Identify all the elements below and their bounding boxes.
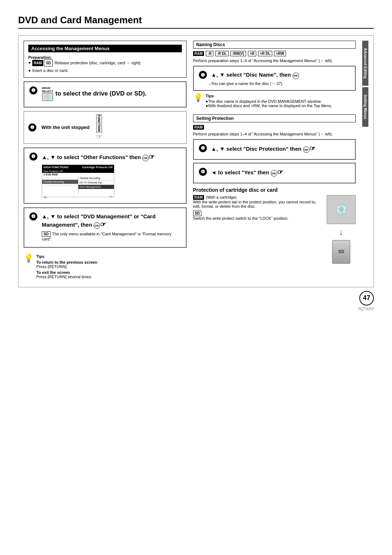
step1-number: ❶ [29, 86, 37, 94]
step6-ok: OK [271, 170, 277, 177]
setting-badge: RAM [193, 125, 356, 130]
tips-content-left: Tips To return to the previous screen Pr… [36, 254, 187, 279]
badge-plusr: +R [248, 51, 256, 56]
prep-content: ● RAMSD Release protection (disc, cartri… [28, 60, 182, 74]
naming-badges: RAM -R -R DL -RW(V) +R +R DL +RW [193, 51, 356, 56]
badge-sd-prot: SD [193, 211, 202, 216]
tips-naming-item1: ●The disc name is displayed in the DVD M… [206, 99, 356, 104]
step4-note: SD The only menu available in "Card Mana… [42, 231, 181, 241]
prep-insert: Insert a disc or card. [32, 68, 69, 74]
step2-box: ❷ With the unit stopped FUNCTION ☞ [24, 111, 187, 144]
step5-naming-text: ▲, ▼ select "Disc Name", then OK [211, 71, 299, 79]
step4-number: ❹ [29, 212, 37, 220]
sd-protection-note: SD Switch the write-protect switch to th… [193, 211, 323, 220]
protection-cartridge-section: Protection of cartridge disc or card RAM… [193, 187, 356, 264]
step4-text: ▲, ▼ to select "DVD Management" or "Card… [42, 212, 181, 229]
badge-plusrdl: +R DL [258, 51, 272, 56]
ram-protection-note: RAM (With a cartridge) With the write-pr… [193, 195, 323, 208]
sd-protection-text: Switch the write-protect switch to the "… [193, 216, 289, 220]
step6-number: ❻ [199, 168, 207, 176]
step6-box: ❻ ◄ to select "Yes" then OK☞ [193, 163, 356, 183]
step3-ok: OK [142, 155, 149, 161]
prep-label: Preparation: [28, 55, 182, 60]
step1-box: ❶ DRIVESELECT 💿 to select the drive (DVD… [24, 81, 187, 108]
protection-text-block: RAM (With a cartridge) With the write-pr… [193, 195, 323, 220]
setting-menus-tab[interactable]: Setting Menus [362, 87, 368, 126]
badge-plusrw: +RW [274, 51, 286, 56]
naming-prep-text: Perform preparation steps 1–4 of "Access… [193, 58, 356, 63]
preparation-block: Preparation: ● RAMSD Release protection … [28, 55, 182, 74]
step3-text: ▲, ▼ to select "Other Functions" then OK… [42, 153, 155, 162]
step5-protection-box: ❺ ▲, ▼ select "Disc Protection" then OK☞ [193, 139, 356, 160]
badge-rdl: -R DL [215, 51, 229, 56]
ram-badge: RAM [32, 60, 44, 66]
step5-naming-note: –You can give a name for the disc (→ 37)… [199, 81, 350, 86]
protection-header: Protection of cartridge disc or card [193, 187, 356, 193]
step2-number: ❷ [28, 123, 36, 131]
step5-naming-number: ❺ [199, 71, 207, 79]
tips-naming-icon: 💡 [193, 94, 203, 108]
left-section-header: Accessing the Management Menus [28, 45, 182, 52]
drive-select-icon: DRIVESELECT 💿 [42, 86, 53, 101]
step3-box: ❸ ▲, ▼ to select "Other Functions" then … [24, 147, 187, 204]
ram-cartridge-label: (With a cartridge) [206, 195, 236, 199]
step1-text: to select the drive (DVD or SD). [56, 89, 147, 98]
setting-protection-section: Setting Protection RAM Perform preparati… [193, 114, 356, 264]
advanced-editing-tab[interactable]: Advanced Editing [362, 41, 368, 86]
step5-prot-text: ▲, ▼ select "Disc Protection" then OK☞ [211, 144, 315, 153]
tips-left-box: 💡 Tips To return to the previous screen … [24, 251, 187, 282]
tips-naming-item2: ●With finalized discs and +RW, the name … [206, 104, 356, 108]
sidebar-tabs: Advanced Editing Setting Menus [362, 41, 368, 282]
ram-protection-text: With the write-protect tab in the protec… [193, 200, 316, 208]
tips-naming-content: Tips ●The disc name is displayed in the … [206, 94, 356, 108]
protection-images: 💿 ↓ SD [327, 195, 356, 264]
page-title: DVD and Card Management [18, 15, 374, 29]
badge-rwv: -RW(V) [230, 51, 246, 56]
function-button-icon: FUNCTION [96, 114, 102, 133]
naming-discs-header: Naming Discs [193, 41, 356, 49]
setting-protection-header: Setting Protection [193, 114, 356, 122]
sd-card-image: SD [332, 240, 350, 264]
page-number: 47 [359, 291, 374, 305]
tips-naming-label: Tips [206, 94, 214, 98]
step2-text: With the unit stopped [41, 125, 90, 130]
step6-text: ◄ to select "Yes" then OK☞ [211, 168, 283, 177]
tips-exit-text: Press [RETURN] several times. [36, 275, 187, 279]
protection-details: RAM (With a cartridge) With the write-pr… [193, 195, 356, 264]
tips-label-left: Tips [36, 254, 44, 259]
badge-ram-setting: RAM [193, 125, 204, 130]
setting-prep-text: Perform preparation steps 1–4 of "Access… [193, 132, 356, 136]
tips-naming-box: 💡 Tips ●The disc name is displayed in th… [193, 91, 356, 111]
step5-prot-number: ❺ [199, 144, 207, 152]
step5-naming-ok: OK [293, 73, 299, 79]
step5-prot-ok: OK [303, 146, 310, 153]
sd-badge: SD [44, 60, 53, 66]
badge-ram-prot: RAM [193, 195, 204, 200]
tips-return-text: Press [RETURN]. [36, 264, 187, 269]
step4-ok: OK [94, 222, 100, 229]
tips-return-heading: To return to the previous screen [36, 260, 97, 264]
cartridge-image: 💿 [327, 195, 356, 224]
badge-r: -R [206, 51, 213, 56]
badge-ram: RAM [193, 51, 204, 56]
step5-naming-box: ❺ ▲, ▼ select "Disc Name", then OK –You … [193, 66, 356, 91]
tips-icon-left: 💡 [24, 254, 33, 279]
naming-discs-section: Naming Discs RAM -R -R DL -RW(V) +R +R D… [193, 41, 356, 111]
menu-screen-image: DIGA FUNCTIONS Cartridge Protectn Off Di… [42, 165, 114, 197]
step4-box: ❹ ▲, ▼ to select "DVD Management" or "Ca… [24, 207, 187, 248]
model-number: RQT9058 [358, 307, 374, 311]
step3-number: ❸ [29, 153, 37, 161]
tips-exit-heading: To exit the screen [36, 270, 70, 275]
